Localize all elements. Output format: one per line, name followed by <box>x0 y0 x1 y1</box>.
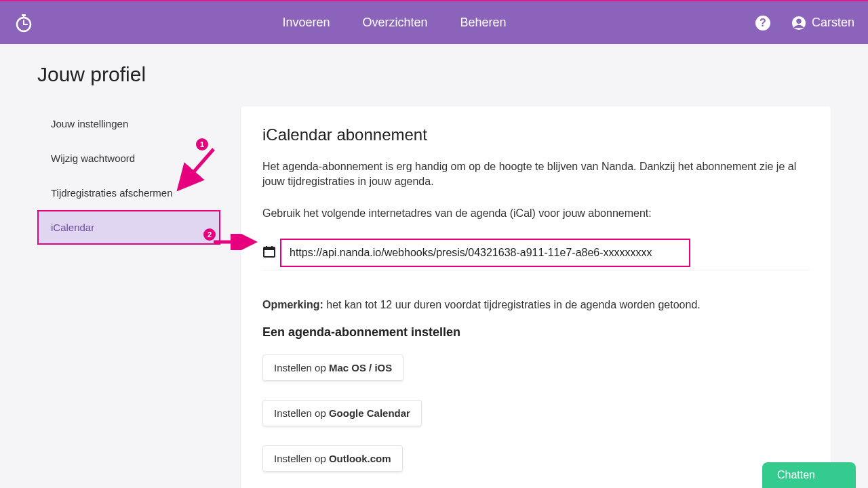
nav-overzichten[interactable]: Overzichten <box>362 16 427 30</box>
sidebar-item-icalendar[interactable]: iCalendar <box>37 210 220 245</box>
setup-bold: Mac OS / iOS <box>329 362 392 373</box>
ical-url-input[interactable] <box>280 239 690 267</box>
card-heading: iCalendar abonnement <box>262 125 809 144</box>
note-text: het kan tot 12 uur duren voordat tijdreg… <box>323 299 701 310</box>
sidebar-item-tijdregistraties[interactable]: Tijdregistraties afschermen <box>37 176 220 210</box>
chat-widget[interactable]: Chatten <box>762 462 856 488</box>
user-name: Carsten <box>812 16 854 30</box>
card-subheading: Een agenda-abonnement instellen <box>262 325 809 340</box>
user-icon <box>791 16 806 30</box>
setup-button-outlook[interactable]: Instellen op Outlook.com <box>262 445 403 472</box>
help-icon[interactable]: ? <box>755 15 771 31</box>
setup-button-macos[interactable]: Instellen op Mac OS / iOS <box>262 354 403 381</box>
setup-prefix: Instellen op <box>274 453 329 464</box>
setup-bold: Google Calendar <box>329 407 410 419</box>
svg-rect-10 <box>264 247 275 250</box>
card-note: Opmerking: het kan tot 12 uur duren voor… <box>262 298 809 312</box>
setup-bold: Outlook.com <box>329 453 391 464</box>
card-prompt: Gebruik het volgende internetadres van d… <box>262 206 809 221</box>
content-card: iCalendar abonnement Het agenda-abonneme… <box>241 106 831 488</box>
card-intro: Het agenda-abonnement is erg handig om o… <box>262 159 809 190</box>
profile-sidebar: Jouw instellingen Wijzig wachtwoord Tijd… <box>37 106 220 245</box>
sidebar-item-instellingen[interactable]: Jouw instellingen <box>37 106 220 141</box>
chat-label: Chatten <box>777 469 815 481</box>
app-header: Invoeren Overzichten Beheren ? Carsten <box>0 1 868 44</box>
setup-prefix: Instellen op <box>274 407 329 419</box>
sidebar-item-wachtwoord[interactable]: Wijzig wachtwoord <box>37 141 220 176</box>
svg-point-8 <box>796 18 801 23</box>
svg-rect-1 <box>22 14 26 16</box>
app-logo[interactable] <box>14 13 34 33</box>
nav-invoeren[interactable]: Invoeren <box>282 16 330 30</box>
calendar-icon <box>262 245 276 261</box>
page-title: Jouw profiel <box>37 63 831 86</box>
setup-prefix: Instellen op <box>274 362 329 373</box>
main-nav: Invoeren Overzichten Beheren <box>34 16 755 30</box>
setup-button-google[interactable]: Instellen op Google Calendar <box>262 400 422 426</box>
note-label: Opmerking: <box>262 299 323 310</box>
nav-beheren[interactable]: Beheren <box>460 16 507 30</box>
svg-text:?: ? <box>760 17 766 28</box>
stopwatch-icon <box>14 13 34 33</box>
user-menu[interactable]: Carsten <box>791 16 854 30</box>
